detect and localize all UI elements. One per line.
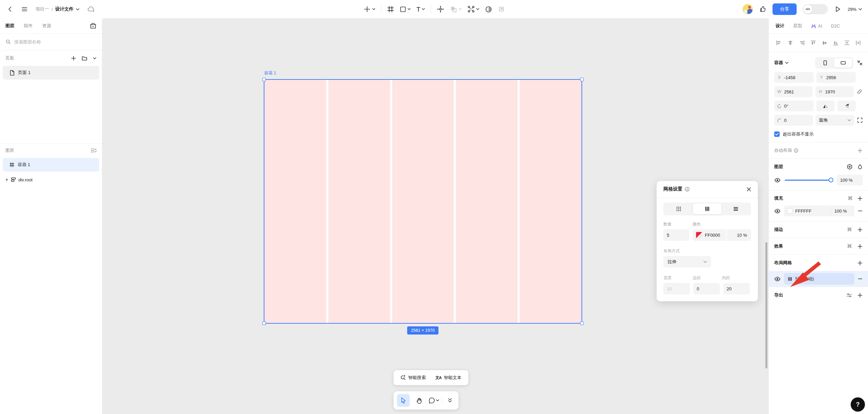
tab-prototype[interactable]: 原型: [793, 23, 802, 29]
tab-layers[interactable]: 图层: [5, 23, 14, 29]
layers-sort-icon[interactable]: [90, 148, 97, 153]
column-count-input[interactable]: 5: [663, 229, 689, 241]
fill-opacity-input[interactable]: 100 %: [831, 208, 854, 214]
fill-visibility-eye-icon[interactable]: [774, 209, 781, 214]
add-effect-icon[interactable]: [857, 244, 863, 249]
selection-handle-top-left[interactable]: [262, 78, 266, 81]
export-settings-icon[interactable]: [846, 293, 852, 298]
zoom-control[interactable]: 29%: [848, 7, 862, 12]
opacity-droplet-icon[interactable]: [857, 164, 863, 170]
grid-type-uniform-icon[interactable]: [664, 203, 693, 214]
user-avatar[interactable]: [743, 4, 753, 14]
selection-handle-top-right[interactable]: [580, 78, 584, 81]
layout-grid-chip[interactable]: 5列(自动): [784, 273, 854, 285]
tab-assets[interactable]: 资源: [42, 23, 51, 29]
white-color-swatch[interactable]: [787, 208, 793, 214]
breadcrumb-project[interactable]: 项目一: [35, 6, 49, 12]
flip-horizontal-icon[interactable]: [816, 101, 835, 111]
grid-type-rows-icon[interactable]: [722, 203, 750, 214]
layer-item-div-root[interactable]: div.root: [3, 173, 99, 186]
collapse-toolbar-button[interactable]: [445, 394, 455, 407]
checkbox-checked-icon[interactable]: [774, 131, 780, 137]
crop-tool[interactable]: [498, 6, 505, 13]
component-tool[interactable]: [467, 5, 479, 13]
distribute-vertical-icon[interactable]: [843, 39, 851, 47]
layout-mode-select[interactable]: 拉伸: [663, 256, 711, 268]
comment-tool-button[interactable]: [428, 397, 439, 404]
page-folder-icon[interactable]: [82, 56, 87, 61]
layer-visibility-eye-icon[interactable]: [774, 178, 781, 183]
boolean-tool[interactable]: [450, 6, 462, 13]
move-tool[interactable]: [437, 5, 444, 13]
page-item-1[interactable]: 页面 1: [3, 66, 99, 79]
back-icon[interactable]: [7, 6, 14, 13]
insert-tool[interactable]: [363, 5, 375, 13]
thumbs-up-icon[interactable]: [759, 5, 766, 13]
layer-item-container-1[interactable]: 容器 1: [3, 158, 99, 172]
close-icon[interactable]: [747, 187, 751, 192]
tab-components[interactable]: 组件: [24, 23, 33, 29]
y-position-input[interactable]: Y2956: [816, 72, 856, 83]
add-export-icon[interactable]: [857, 293, 863, 298]
height-input[interactable]: H1970: [815, 86, 854, 97]
radius-mode-select[interactable]: 圆角: [816, 115, 854, 126]
width-input[interactable]: W2561: [774, 86, 813, 97]
breadcrumb-file[interactable]: 设计文件: [55, 6, 73, 12]
container-section-title[interactable]: 容器: [774, 60, 788, 66]
frame-tool[interactable]: [387, 6, 394, 13]
add-autolayout-icon[interactable]: [857, 148, 863, 153]
grid-visibility-eye-icon[interactable]: [774, 276, 781, 282]
x-position-input[interactable]: X-1458: [774, 72, 814, 83]
corner-radius-input[interactable]: 0: [774, 115, 813, 126]
draft-board-icon[interactable]: [90, 22, 97, 29]
smart-text-button[interactable]: 文A 智能文本: [431, 372, 466, 383]
share-button[interactable]: 分享: [772, 3, 797, 15]
canvas-frame[interactable]: [264, 79, 582, 324]
remove-layout-grid-icon[interactable]: [858, 276, 863, 281]
canvas-frame-title[interactable]: 容器 1: [264, 70, 276, 76]
add-layout-grid-icon[interactable]: [857, 260, 863, 266]
effects-style-library-icon[interactable]: ⌘: [847, 243, 852, 249]
hand-tool-button[interactable]: [413, 394, 426, 407]
info-icon[interactable]: [794, 148, 798, 153]
align-left-icon[interactable]: [775, 39, 783, 47]
flip-vertical-icon[interactable]: [837, 101, 856, 111]
gutter-input[interactable]: 20: [723, 283, 750, 294]
align-vertical-center-icon[interactable]: [821, 39, 828, 47]
opacity-slider[interactable]: [785, 178, 833, 182]
tab-d2c[interactable]: D2C: [831, 23, 840, 29]
help-button[interactable]: ?: [851, 397, 865, 412]
opacity-slider-knob[interactable]: [829, 178, 833, 182]
add-stroke-icon[interactable]: [857, 227, 863, 232]
fill-color-input[interactable]: FFFFFF: [784, 208, 831, 214]
distribute-horizontal-icon[interactable]: [854, 39, 862, 47]
align-top-icon[interactable]: [810, 39, 817, 47]
blend-mode-icon[interactable]: [847, 164, 853, 170]
shape-tool[interactable]: [400, 6, 411, 13]
grid-color-input[interactable]: FF0000: [693, 229, 726, 241]
mask-tool[interactable]: [485, 6, 492, 13]
add-page-icon[interactable]: [71, 56, 76, 61]
code-mode-toggle[interactable]: </>: [803, 4, 828, 14]
independent-corners-icon[interactable]: [857, 118, 863, 123]
tab-ai[interactable]: AI: [811, 23, 822, 29]
width-input[interactable]: 10: [663, 283, 690, 294]
select-tool-button[interactable]: [397, 394, 410, 407]
margin-input[interactable]: 0: [693, 283, 720, 294]
shrink-to-fit-icon[interactable]: [857, 60, 863, 66]
remove-fill-icon[interactable]: [858, 209, 863, 213]
scrollbar-thumb[interactable]: [765, 242, 767, 368]
clip-content-checkbox-row[interactable]: 超出容器不显示: [774, 131, 863, 137]
constrain-proportions-link-icon[interactable]: [856, 89, 863, 95]
rotation-input[interactable]: 0°: [774, 101, 814, 111]
orientation-landscape-icon[interactable]: [834, 58, 852, 68]
pages-collapse-chevron-icon[interactable]: [93, 57, 97, 59]
tab-design[interactable]: 设计: [776, 23, 784, 29]
expand-caret-icon[interactable]: [5, 178, 8, 181]
grid-color-opacity-input[interactable]: 10 %: [727, 229, 751, 241]
selection-handle-bottom-right[interactable]: [580, 322, 584, 325]
present-play-icon[interactable]: [834, 5, 841, 13]
selection-handle-bottom-left[interactable]: [262, 322, 266, 325]
orientation-portrait-icon[interactable]: [816, 58, 834, 68]
add-fill-icon[interactable]: [857, 196, 863, 201]
